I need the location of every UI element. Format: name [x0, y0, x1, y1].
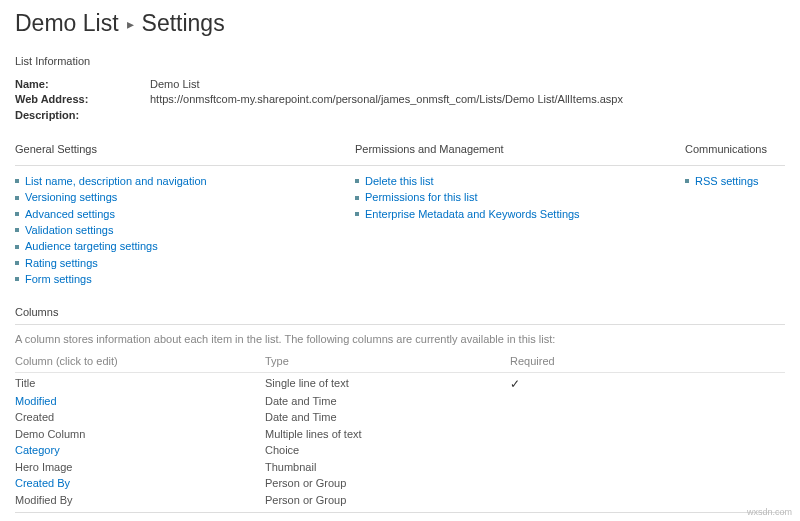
columns-description: A column stores information about each i…	[15, 333, 785, 345]
bullet-icon	[685, 179, 689, 183]
general-settings-link[interactable]: Audience targeting settings	[25, 239, 158, 253]
column-name-cell: Title	[15, 375, 265, 393]
column-type-cell: Multiple lines of text	[265, 426, 510, 443]
watermark: wxsdn.com	[747, 507, 792, 517]
column-required-cell	[510, 426, 785, 443]
column-type-cell: Person or Group	[265, 475, 510, 492]
chevron-right-icon: ▸	[127, 16, 134, 32]
general-settings-item: Versioning settings	[15, 190, 355, 204]
permissions-col: Permissions and Management Delete this l…	[355, 143, 685, 288]
column-type-cell: Date and Time	[265, 393, 510, 410]
table-row: CreatedDate and Time	[15, 409, 785, 426]
column-name-link[interactable]: Created By	[15, 477, 70, 489]
list-information-section: List Information Name:Demo ListWeb Addre…	[15, 55, 785, 123]
general-settings-title: General Settings	[15, 143, 355, 155]
list-information-title: List Information	[15, 55, 785, 67]
info-label: Name:	[15, 77, 150, 92]
bullet-icon	[15, 261, 19, 265]
column-type-cell: Single line of text	[265, 375, 510, 393]
column-type-cell: Choice	[265, 442, 510, 459]
permissions-item: Delete this list	[355, 174, 685, 188]
permissions-link[interactable]: Delete this list	[365, 174, 433, 188]
divider	[15, 324, 785, 325]
column-required-cell	[510, 393, 785, 410]
general-settings-item: Validation settings	[15, 223, 355, 237]
info-value: https://onmsftcom-my.sharepoint.com/pers…	[150, 92, 623, 107]
breadcrumb-list-name[interactable]: Demo List	[15, 10, 119, 37]
column-name-cell: Hero Image	[15, 459, 265, 476]
table-row: Created ByPerson or Group	[15, 475, 785, 492]
bullet-icon	[15, 212, 19, 216]
general-settings-item: Rating settings	[15, 256, 355, 270]
columns-title: Columns	[15, 306, 785, 318]
info-value: Demo List	[150, 77, 200, 92]
bullet-icon	[15, 196, 19, 200]
column-name-link[interactable]: Category	[15, 444, 60, 456]
column-name-cell: Demo Column	[15, 426, 265, 443]
permissions-link[interactable]: Enterprise Metadata and Keywords Setting…	[365, 207, 580, 221]
communications-link[interactable]: RSS settings	[695, 174, 759, 188]
communications-title: Communications	[685, 143, 785, 155]
columns-section: Columns A column stores information abou…	[15, 306, 785, 521]
general-settings-item: Advanced settings	[15, 207, 355, 221]
divider	[15, 165, 355, 166]
header-column-type: Type	[265, 353, 510, 370]
bullet-icon	[15, 277, 19, 281]
bullet-icon	[15, 228, 19, 232]
permissions-title: Permissions and Management	[355, 143, 685, 155]
table-row: CategoryChoice	[15, 442, 785, 459]
info-row: Web Address:https://onmsftcom-my.sharepo…	[15, 92, 785, 107]
general-settings-link[interactable]: Rating settings	[25, 256, 98, 270]
column-required-cell: ✓	[510, 375, 785, 393]
table-row: Modified ByPerson or Group	[15, 492, 785, 509]
info-label: Description:	[15, 108, 150, 123]
columns-table-header: Column (click to edit) Type Required	[15, 353, 785, 373]
column-type-cell: Date and Time	[265, 409, 510, 426]
header-column-required: Required	[510, 353, 785, 370]
column-type-cell: Person or Group	[265, 492, 510, 509]
communications-col: Communications RSS settings	[685, 143, 785, 288]
general-settings-link[interactable]: Validation settings	[25, 223, 113, 237]
column-name-cell: Modified	[15, 393, 265, 410]
divider	[355, 165, 685, 166]
column-required-cell	[510, 459, 785, 476]
permissions-item: Permissions for this list	[355, 190, 685, 204]
bullet-icon	[15, 245, 19, 249]
column-name-cell: Created By	[15, 475, 265, 492]
permissions-link[interactable]: Permissions for this list	[365, 190, 477, 204]
table-row: Hero ImageThumbnail	[15, 459, 785, 476]
general-settings-link[interactable]: List name, description and navigation	[25, 174, 207, 188]
table-row: ModifiedDate and Time	[15, 393, 785, 410]
table-row: TitleSingle line of text✓	[15, 375, 785, 393]
breadcrumb-page: Settings	[142, 10, 225, 37]
column-name-link[interactable]: Modified	[15, 395, 57, 407]
column-required-cell	[510, 492, 785, 509]
columns-table: Column (click to edit) Type Required Tit…	[15, 353, 785, 508]
info-row: Description:	[15, 108, 785, 123]
column-name-cell: Created	[15, 409, 265, 426]
general-settings-link[interactable]: Advanced settings	[25, 207, 115, 221]
table-row: Demo ColumnMultiple lines of text	[15, 426, 785, 443]
bullet-icon	[355, 196, 359, 200]
info-row: Name:Demo List	[15, 77, 785, 92]
column-name-cell: Modified By	[15, 492, 265, 509]
breadcrumb: Demo List ▸ Settings	[15, 10, 785, 37]
general-settings-link[interactable]: Form settings	[25, 272, 92, 286]
column-name-cell: Category	[15, 442, 265, 459]
settings-columns: General Settings List name, description …	[15, 143, 785, 288]
general-settings-link[interactable]: Versioning settings	[25, 190, 117, 204]
column-type-cell: Thumbnail	[265, 459, 510, 476]
column-required-cell	[510, 442, 785, 459]
check-icon: ✓	[510, 377, 520, 391]
general-settings-item: List name, description and navigation	[15, 174, 355, 188]
general-settings-col: General Settings List name, description …	[15, 143, 355, 288]
communications-item: RSS settings	[685, 174, 785, 188]
permissions-item: Enterprise Metadata and Keywords Setting…	[355, 207, 685, 221]
bullet-icon	[355, 179, 359, 183]
column-required-cell	[510, 475, 785, 492]
column-actions: Create columnAdd from existing site colu…	[15, 512, 785, 521]
info-label: Web Address:	[15, 92, 150, 107]
general-settings-item: Form settings	[15, 272, 355, 286]
bullet-icon	[15, 179, 19, 183]
bullet-icon	[355, 212, 359, 216]
